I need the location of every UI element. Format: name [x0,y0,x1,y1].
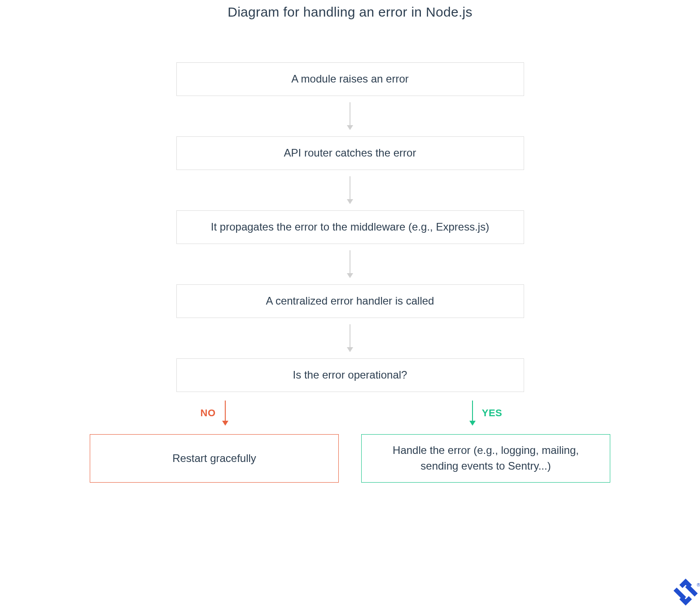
arrow-down-icon [347,176,353,204]
arrow-down-icon [347,250,353,278]
brand-logo-icon: ® [671,578,700,606]
arrow-down-icon [347,102,353,130]
label-no: NO [201,407,216,419]
arrow-down-icon [347,324,353,352]
flowchart: A module raises an error API router catc… [0,62,700,483]
branch-yes: YES Handle the error (e.g., logging, mai… [354,392,618,483]
node-module-raises-error: A module raises an error [176,62,524,96]
node-decision-operational: Is the error operational? [176,358,524,392]
arrow-down-no-icon [222,401,228,426]
node-propagate-middleware: It propagates the error to the middlewar… [176,210,524,244]
node-centralized-handler: A centralized error handler is called [176,284,524,318]
label-yes: YES [482,407,503,419]
arrow-down-yes-icon [469,401,476,426]
decision-branches: NO Restart gracefully YES Handle the err… [82,392,618,483]
diagram-title: Diagram for handling an error in Node.js [0,4,700,20]
node-handle-error: Handle the error (e.g., logging, mailing… [361,434,610,483]
node-router-catches: API router catches the error [176,136,524,170]
branch-no: NO Restart gracefully [82,392,347,483]
registered-mark: ® [697,583,700,588]
node-restart-gracefully: Restart gracefully [90,434,339,483]
